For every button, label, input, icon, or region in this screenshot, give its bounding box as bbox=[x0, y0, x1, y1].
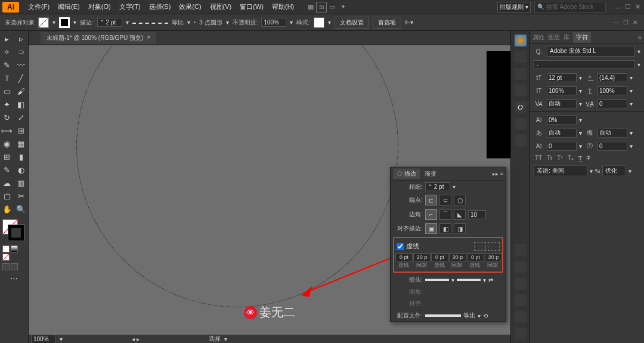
artboard-tool[interactable]: ▢ bbox=[0, 189, 14, 202]
type-tool[interactable]: T bbox=[0, 71, 14, 85]
corner-round-btn[interactable]: ⌒ bbox=[439, 209, 451, 220]
gradient-tool[interactable]: ▮ bbox=[14, 150, 29, 163]
arrow-end-dropdown[interactable] bbox=[457, 279, 481, 281]
doc-close-icon[interactable]: ✕ bbox=[631, 18, 639, 27]
miter-limit-input[interactable]: 10 bbox=[468, 210, 486, 219]
flip-profile-icon[interactable]: ⟲ bbox=[483, 313, 488, 319]
rotate-tool[interactable]: ↻ bbox=[0, 111, 14, 124]
blend-tool[interactable]: ◐ bbox=[14, 163, 29, 176]
document-tab-close-icon[interactable]: × bbox=[147, 34, 150, 42]
bridge-icon[interactable]: ▦ bbox=[305, 2, 316, 13]
dash-align-btn[interactable] bbox=[488, 242, 500, 251]
layers-tab[interactable]: 图层 bbox=[548, 33, 560, 42]
none-mode-btn[interactable] bbox=[2, 254, 10, 261]
stroke-panel-icon[interactable]: O bbox=[515, 101, 527, 113]
libraries-tab[interactable]: 库 bbox=[564, 33, 569, 42]
direct-selection-tool[interactable]: ▹ bbox=[14, 32, 29, 45]
prefs-button[interactable]: 首选项 bbox=[373, 17, 401, 29]
doc-max-icon[interactable]: ☐ bbox=[621, 18, 630, 27]
brushes-panel-icon[interactable] bbox=[515, 68, 527, 80]
aki-input[interactable] bbox=[597, 129, 627, 138]
font-style-select[interactable]: - bbox=[534, 60, 635, 69]
fill-swatch[interactable] bbox=[38, 17, 49, 28]
zoom-tool[interactable]: 🔍 bbox=[14, 202, 29, 216]
document-tab[interactable]: 未标题-1* @ 100% (RGB/GPU 预览) × bbox=[41, 32, 156, 44]
color-mode-btn[interactable] bbox=[2, 245, 10, 252]
brush-tool[interactable]: 🖌 bbox=[14, 85, 29, 98]
swatches-panel-icon[interactable] bbox=[515, 51, 527, 63]
antialias-select[interactable]: 优化 bbox=[602, 166, 626, 176]
brush-preset-label[interactable]: 3 点圆形 bbox=[199, 18, 222, 27]
stock-search[interactable]: 🔍 搜索 Adobe Stock bbox=[534, 2, 606, 13]
opacity-input[interactable]: 100% bbox=[261, 18, 286, 27]
gradient-mode-btn[interactable] bbox=[11, 245, 18, 252]
profile-dropdown[interactable] bbox=[425, 314, 461, 317]
stroke-swatch[interactable] bbox=[59, 17, 70, 28]
baseline-input[interactable] bbox=[547, 116, 577, 124]
menu-view[interactable]: 视图(V) bbox=[206, 1, 236, 13]
dash1-input[interactable] bbox=[395, 253, 413, 261]
menu-edit[interactable]: 编辑(E) bbox=[54, 1, 84, 13]
st-icon[interactable]: St bbox=[316, 2, 327, 13]
menu-help[interactable]: 帮助(H) bbox=[268, 1, 298, 13]
menu-object[interactable]: 对象(O) bbox=[84, 1, 115, 13]
cap-round-btn[interactable]: ⊂ bbox=[439, 195, 451, 205]
stroke-style-preview[interactable] bbox=[132, 23, 168, 26]
width-tool[interactable]: ⟼ bbox=[0, 124, 14, 137]
dash3-input[interactable] bbox=[467, 253, 484, 261]
menu-window[interactable]: 窗口(W) bbox=[236, 1, 268, 13]
symbols-panel-icon[interactable] bbox=[515, 85, 527, 96]
gradient-tab[interactable]: 渐变 bbox=[425, 170, 436, 178]
mesh-tool[interactable]: ⊞ bbox=[0, 150, 14, 163]
zoom-input[interactable]: 100% bbox=[31, 335, 56, 344]
gpu-icon[interactable]: ✦ bbox=[338, 2, 348, 13]
stroke-tab[interactable]: ◇ 描边 bbox=[393, 169, 420, 179]
corner-miter-btn[interactable]: ⌐ bbox=[425, 209, 437, 220]
layers-panel-icon[interactable] bbox=[515, 244, 527, 256]
doc-setup-button[interactable]: 文档设置 bbox=[335, 17, 369, 29]
dashed-checkbox[interactable] bbox=[397, 243, 404, 250]
align-icon[interactable]: ⊩▾ bbox=[405, 19, 413, 26]
doc-min-icon[interactable]: — bbox=[612, 18, 620, 27]
align-center-btn[interactable]: ▣ bbox=[425, 223, 437, 234]
properties-tab[interactable]: 属性 bbox=[532, 33, 544, 42]
font-family-select[interactable]: Adobe 宋体 Std L bbox=[547, 46, 635, 57]
allcaps-btn[interactable]: TT bbox=[535, 155, 542, 161]
dash-preserve-btn[interactable] bbox=[474, 242, 486, 251]
hscale-input[interactable] bbox=[597, 86, 627, 95]
fill-stroke-swatches[interactable] bbox=[2, 219, 24, 241]
eyedropper-tool[interactable]: ✎ bbox=[0, 163, 14, 176]
scale-tool[interactable]: ⤢ bbox=[14, 111, 29, 124]
strikethrough-btn[interactable]: T̶ bbox=[587, 155, 590, 161]
libraries-panel-icon[interactable] bbox=[515, 294, 527, 306]
subscript-btn[interactable]: T₁ bbox=[568, 155, 574, 161]
lasso-tool[interactable]: ⊃ bbox=[14, 45, 29, 58]
properties-panel-icon[interactable] bbox=[515, 311, 527, 323]
screen-mode-btn[interactable] bbox=[2, 263, 10, 270]
graphic-style-swatch[interactable] bbox=[314, 17, 324, 28]
weight-input[interactable]: ⌃ 2 pt bbox=[425, 182, 450, 191]
magic-wand-tool[interactable]: ✧ bbox=[0, 45, 14, 58]
smallcaps-btn[interactable]: Tr bbox=[547, 155, 552, 161]
pen-tool[interactable]: ✎ bbox=[0, 58, 14, 71]
align-panel-icon[interactable] bbox=[515, 328, 527, 339]
dash2-input[interactable] bbox=[431, 253, 448, 261]
menu-type[interactable]: 文字(T) bbox=[115, 1, 145, 13]
color-panel-icon[interactable] bbox=[515, 35, 527, 46]
min-icon[interactable]: — bbox=[614, 3, 623, 11]
menu-effect[interactable]: 效果(C) bbox=[175, 1, 205, 13]
language-select[interactable]: 英语: 美国 bbox=[534, 166, 587, 176]
max-icon[interactable]: ☐ bbox=[624, 3, 632, 11]
cap-square-btn[interactable]: ▢ bbox=[454, 195, 466, 205]
cap-butt-btn[interactable]: ⊏ bbox=[425, 195, 437, 205]
character-tab[interactable]: 字符 bbox=[573, 32, 591, 43]
symbol-tool[interactable]: ☁ bbox=[0, 176, 14, 189]
asset-export-icon[interactable] bbox=[515, 261, 527, 273]
swap-arrows-icon[interactable]: ⇄ bbox=[488, 277, 493, 283]
vscale-input[interactable] bbox=[547, 86, 577, 95]
menu-select[interactable]: 选择(S) bbox=[145, 1, 175, 13]
perspective-tool[interactable]: ▦ bbox=[14, 137, 29, 150]
graphic-styles-icon[interactable] bbox=[515, 135, 527, 146]
arrow-start-dropdown[interactable] bbox=[425, 279, 449, 281]
align-outside-btn[interactable]: ◨ bbox=[454, 223, 466, 234]
